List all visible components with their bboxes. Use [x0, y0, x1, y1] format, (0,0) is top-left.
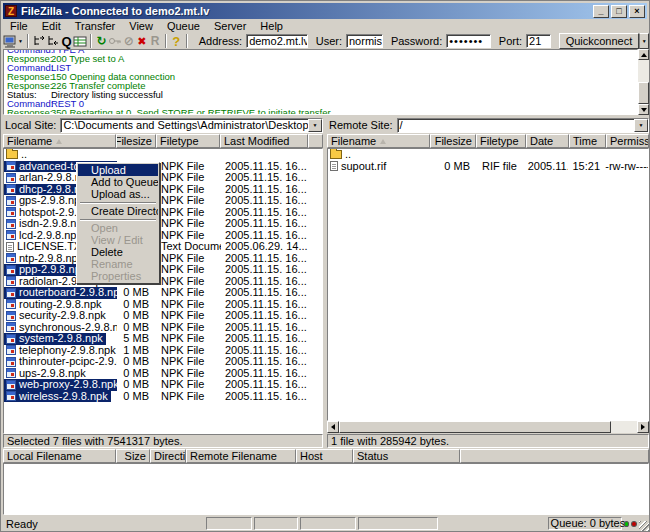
maximize-button[interactable]: □ — [611, 5, 627, 18]
refresh-button[interactable]: ↻ — [95, 33, 108, 49]
context-menu-item[interactable]: Create Directory — [78, 205, 158, 217]
crypt-button[interactable] — [108, 33, 122, 49]
table-row[interactable]: supout.rif 0 MB RIF file 2005.11.... 15:… — [328, 161, 648, 173]
close-button[interactable]: × — [629, 5, 645, 18]
menu-item[interactable]: Server — [207, 20, 253, 33]
column-header-filetype[interactable]: Filetype — [476, 134, 526, 148]
column-header-local-filename[interactable]: Local Filename — [3, 449, 116, 463]
column-header-size[interactable]: Size — [116, 449, 150, 463]
queue-toggle-button[interactable]: Q — [60, 33, 73, 49]
column-header-status[interactable]: Status — [353, 449, 460, 463]
table-row[interactable]: arlan-2.9.8.npk 0 MB NPK File 2005.11.15… — [4, 172, 322, 184]
column-header-filesize[interactable]: Filesize — [116, 134, 156, 148]
filename: lcd-2.9.8.npk — [19, 230, 82, 242]
table-row[interactable]: hotspot-2.9.8.npk 0 MB NPK File 2005.11.… — [4, 207, 322, 219]
remote-site-dropdown[interactable]: ▼ — [634, 119, 648, 132]
scroll-right-button[interactable] — [637, 421, 649, 433]
context-menu-item[interactable]: Delete — [78, 246, 158, 258]
column-header-lastmodified[interactable]: Last Modified — [220, 134, 308, 148]
column-header-direction[interactable]: Direction — [150, 449, 186, 463]
column-header-filetype[interactable]: Filetype — [156, 134, 220, 148]
table-row[interactable]: dhcp-2.9.8.npk 0 MB NPK File 2005.11.15.… — [4, 184, 322, 196]
table-row[interactable]: synchronous-2.9.8.npk 0 MB NPK File 2005… — [4, 322, 322, 334]
remote-site-path[interactable]: / — [398, 119, 634, 131]
menu-item[interactable]: View — [122, 20, 160, 33]
menu-item[interactable]: Edit — [35, 20, 68, 33]
local-site-label: Local Site: — [5, 119, 56, 131]
table-row[interactable]: lcd-2.9.8.npk 0 MB NPK File 2005.11.15. … — [4, 230, 322, 242]
column-header-remote-filename[interactable]: Remote Filename — [186, 449, 296, 463]
remote-horizontal-scrollbar[interactable] — [327, 421, 649, 433]
column-header-filename[interactable]: Filename — [327, 134, 430, 148]
remote-site-combobox[interactable]: / ▼ — [397, 118, 649, 133]
menu-item[interactable]: Help — [253, 20, 290, 33]
quickconnect-dropdown[interactable]: ▼ — [639, 33, 649, 49]
filetype: NPK File — [157, 333, 221, 345]
context-menu-item[interactable]: Upload — [78, 164, 158, 176]
context-menu-item[interactable] — [78, 200, 158, 205]
user-input[interactable]: normis — [346, 34, 383, 48]
queue-size-status: Queue: 0 bytes — [548, 517, 622, 530]
column-header-permissions[interactable]: Permissio — [606, 134, 649, 148]
table-row[interactable]: advanced-tools-2.9.8.npk 0 MB NPK File 2… — [4, 161, 322, 173]
reconnect-button[interactable]: R — [148, 33, 161, 49]
table-row[interactable]: ups-2.9.8.npk 0 MB NPK File 2005.11.15. … — [4, 368, 322, 380]
table-row[interactable]: ppp-2.9.8.npk 0 MB NPK File 2005.11.15. … — [4, 264, 322, 276]
menu-item[interactable]: Queue — [160, 20, 207, 33]
local-site-path[interactable]: C:\Documents and Settings\Administrator\… — [61, 119, 308, 131]
column-header-date[interactable]: Date — [526, 134, 569, 148]
address-input[interactable]: demo2.mt.lv — [246, 34, 308, 48]
table-row[interactable]: .. — [4, 149, 322, 161]
table-row[interactable]: thinrouter-pcipc-2.9.8.... 0 MB NPK File… — [4, 356, 322, 368]
column-header-host[interactable]: Host — [296, 449, 353, 463]
table-row[interactable]: LICENSE.TXT 0 MB Text Document 2005.06.2… — [4, 241, 322, 253]
context-menu-item[interactable]: Add to Queue — [78, 176, 158, 188]
scroll-up-button[interactable] — [638, 49, 649, 60]
message-log-toggle-button[interactable] — [73, 33, 87, 49]
scrollbar-thumb[interactable] — [339, 421, 611, 433]
scrollbar-thumb[interactable] — [638, 82, 649, 104]
table-row[interactable]: wireless-2.9.8.npk 0 MB NPK File 2005.11… — [4, 391, 322, 403]
context-menu-item[interactable]: Open — [78, 222, 158, 234]
column-header-time[interactable]: Time — [569, 134, 606, 148]
context-menu-item[interactable]: Upload as... — [78, 188, 158, 200]
disconnect-button[interactable]: ✖ — [135, 33, 148, 49]
table-row[interactable]: routing-2.9.8.npk 0 MB NPK File 2005.11.… — [4, 299, 322, 311]
log-scrollbar[interactable] — [638, 49, 649, 115]
menu-item[interactable]: Transfer — [68, 20, 123, 33]
cancel-button[interactable]: ⊘ — [122, 33, 135, 49]
context-menu-item[interactable]: View / Edit — [78, 234, 158, 246]
table-row[interactable]: gps-2.9.8.npk 0 MB NPK File 2005.11.15. … — [4, 195, 322, 207]
menu-item[interactable]: File — [3, 20, 35, 33]
table-row[interactable]: web-proxy-2.9.8.npk 0 MB NPK File 2005.1… — [4, 379, 322, 391]
table-row[interactable]: telephony-2.9.8.npk 1 MB NPK File 2005.1… — [4, 345, 322, 357]
minimize-button[interactable]: _ — [593, 5, 609, 18]
title-bar[interactable]: Z FileZilla - Connected to demo2.mt.lv _… — [3, 3, 647, 19]
context-menu-item[interactable]: Properties — [78, 270, 158, 282]
local-site-dropdown[interactable]: ▼ — [308, 119, 322, 132]
local-tree-toggle-button[interactable] — [32, 33, 46, 49]
remote-tree-toggle-button[interactable] — [46, 33, 60, 49]
table-row[interactable]: ntp-2.9.8.npk 0 MB NPK File 2005.11.15. … — [4, 253, 322, 265]
local-site-combobox[interactable]: C:\Documents and Settings\Administrator\… — [60, 118, 323, 133]
table-row[interactable]: routerboard-2.9.8.npk 0 MB NPK File 2005… — [4, 287, 322, 299]
help-button[interactable]: ? — [170, 33, 183, 49]
quickconnect-button[interactable]: Quickconnect — [559, 33, 640, 49]
filename: routing-2.9.8.npk — [19, 299, 102, 311]
column-header-filesize[interactable]: Filesize — [430, 134, 476, 148]
site-manager-button[interactable] — [3, 33, 17, 49]
table-row[interactable]: radiolan-2.9.8.npk 0 MB NPK File 2005.11… — [4, 276, 322, 288]
column-header-filename[interactable]: Filename — [3, 134, 116, 148]
context-menu-item[interactable]: Rename — [78, 258, 158, 270]
table-row[interactable]: isdn-2.9.8.npk 0 MB NPK File 2005.11.15.… — [4, 218, 322, 230]
port-input[interactable]: 21 — [526, 34, 551, 48]
table-row[interactable]: security-2.9.8.npk 0 MB NPK File 2005.11… — [4, 310, 322, 322]
scroll-down-button[interactable] — [638, 104, 649, 115]
scroll-left-button[interactable] — [327, 421, 339, 433]
table-row[interactable]: .. — [328, 149, 648, 161]
context-menu-item[interactable] — [78, 217, 158, 222]
table-row[interactable]: system-2.9.8.npk 5 MB NPK File 2005.11.1… — [4, 333, 322, 345]
password-input[interactable]: ••••••• — [446, 34, 491, 48]
site-manager-dropdown[interactable]: ▼ — [17, 33, 24, 49]
resize-grip[interactable] — [639, 521, 649, 531]
